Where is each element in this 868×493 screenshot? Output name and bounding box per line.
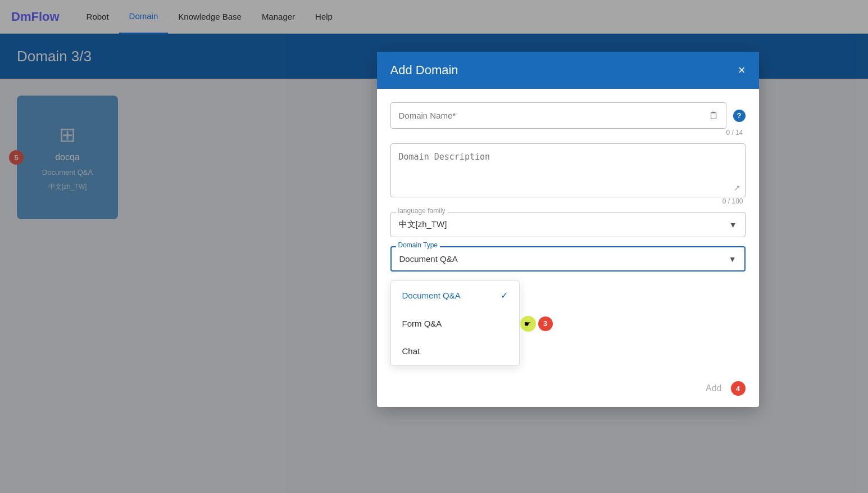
domain-type-group: Domain Type Document Q&A ▼ (390, 246, 746, 272)
modal-footer: Add 4 (377, 374, 759, 407)
add-button[interactable]: Add (697, 379, 730, 398)
language-family-arrow: ▼ (729, 220, 737, 229)
language-family-group: language family 中文[zh_TW] ▼ (390, 212, 746, 237)
add-domain-modal: Add Domain × 🗒 ? 0 / 14 ↗ 0 / 100 (377, 52, 759, 407)
domain-name-icon: 🗒 (709, 110, 719, 121)
modal-title: Add Domain (390, 63, 458, 78)
domain-type-label: Domain Type (396, 241, 440, 249)
step-number-4: 4 (731, 381, 746, 396)
domain-description-row: ↗ 0 / 100 (390, 143, 746, 205)
domain-type-arrow: ▼ (729, 255, 737, 264)
domain-description-input[interactable] (391, 144, 745, 195)
domain-type-dropdown: Document Q&A ✓ Form Q&A ☛ 3 Chat (390, 281, 520, 365)
modal-close-button[interactable]: × (738, 63, 746, 78)
step-number-3: 3 (538, 316, 553, 331)
dropdown-item-document-qa[interactable]: Document Q&A ✓ (391, 281, 519, 310)
domain-description-char-count: 0 / 100 (390, 197, 743, 205)
domain-name-input[interactable] (391, 103, 726, 128)
dropdown-item-label-0: Document Q&A (402, 291, 461, 300)
cursor-icon-3: ☛ (520, 316, 536, 332)
language-family-label: language family (396, 207, 448, 215)
language-family-value: 中文[zh_TW] (399, 219, 447, 230)
language-family-select[interactable]: 中文[zh_TW] ▼ (390, 212, 746, 237)
domain-type-value: Document Q&A (399, 254, 458, 264)
check-icon-document-qa: ✓ (501, 290, 508, 301)
dropdown-item-form-qa[interactable]: Form Q&A (391, 310, 519, 337)
domain-description-wrapper: ↗ (390, 143, 746, 197)
step4-container: 4 (731, 381, 746, 396)
dropdown-item-label-1: Form Q&A (402, 319, 442, 328)
dropdown-item-form-qa-container: Form Q&A ☛ 3 (391, 310, 519, 337)
dropdown-item-chat[interactable]: Chat (391, 337, 519, 365)
step3-container: ☛ 3 (520, 316, 553, 332)
domain-name-char-count: 0 / 14 (390, 129, 743, 137)
domain-type-select[interactable]: Document Q&A ▼ (390, 246, 746, 272)
help-icon[interactable]: ? (733, 110, 746, 122)
resize-icon: ↗ (734, 183, 740, 192)
modal-body: 🗒 ? 0 / 14 ↗ 0 / 100 language family 中文[… (377, 89, 759, 374)
modal-header: Add Domain × (377, 52, 759, 89)
domain-name-input-wrapper: 🗒 (390, 102, 726, 129)
dropdown-item-label-2: Chat (402, 346, 420, 356)
domain-name-row: 🗒 ? 0 / 14 (390, 102, 746, 137)
